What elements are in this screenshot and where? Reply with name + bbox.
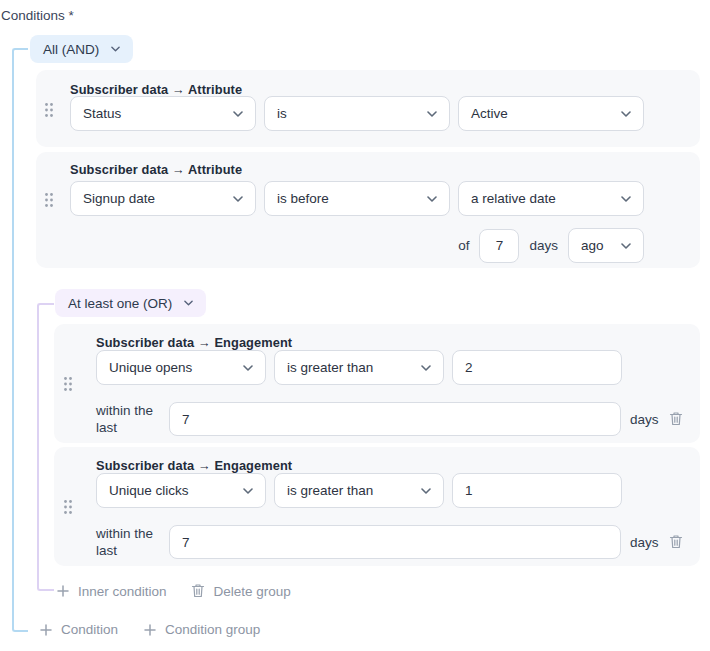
condition-card: Subscriber data → Engagement Unique open… [54, 324, 700, 443]
trash-icon [669, 534, 683, 550]
relative-direction-dropdown[interactable]: ago [568, 228, 644, 263]
operator-dropdown-value: is greater than [287, 483, 373, 498]
or-group-footer: Inner condition Delete group [57, 583, 291, 599]
delete-group-label: Delete group [214, 584, 291, 599]
condition-card: Subscriber data → Attribute Signup date … [36, 152, 700, 268]
chevron-down-icon [421, 365, 431, 371]
operator-dropdown[interactable]: is greater than [274, 350, 444, 385]
conditions-builder: Conditions * All (AND) Subscriber data →… [0, 0, 710, 651]
delete-group-button[interactable]: Delete group [191, 583, 291, 599]
condition-card: Subscriber data → Engagement Unique clic… [54, 447, 700, 566]
plus-icon [144, 624, 156, 636]
condition-source-path: Subscriber data → Engagement [96, 335, 292, 350]
window-prefix-label: within the last [96, 402, 160, 436]
window-unit-label: days [630, 535, 659, 550]
conditions-footer: Condition Condition group [40, 622, 260, 637]
value-input[interactable] [452, 350, 622, 385]
and-group-operator-pill[interactable]: All (AND) [30, 35, 133, 63]
chevron-down-icon [243, 488, 253, 494]
delete-condition-button[interactable] [668, 410, 684, 428]
attribute-dropdown-value: Unique opens [109, 360, 192, 375]
conditions-label: Conditions * [1, 8, 74, 23]
chevron-down-icon [184, 300, 193, 306]
operator-dropdown-value: is before [277, 191, 329, 206]
add-inner-condition-label: Inner condition [78, 584, 167, 599]
chevron-down-icon [233, 111, 243, 117]
chevron-down-icon [233, 196, 243, 202]
condition-source-path: Subscriber data → Attribute [70, 82, 242, 97]
delete-condition-button[interactable] [668, 533, 684, 551]
add-condition-label: Condition [61, 622, 118, 637]
window-amount-input[interactable] [169, 402, 621, 436]
chevron-down-icon [621, 243, 631, 249]
window-amount-input[interactable] [169, 525, 621, 559]
condition-source-path: Subscriber data → Attribute [70, 162, 242, 177]
attribute-dropdown-value: Status [83, 106, 121, 121]
window-unit-label: days [630, 412, 659, 427]
relative-unit-label: days [529, 238, 558, 253]
condition-card: Subscriber data → Attribute Status is Ac… [36, 70, 700, 147]
value-input[interactable] [452, 473, 622, 508]
add-inner-condition-button[interactable]: Inner condition [57, 584, 167, 599]
add-condition-button[interactable]: Condition [40, 622, 118, 637]
trash-icon [669, 411, 683, 427]
value-dropdown-value: Active [471, 106, 508, 121]
plus-icon [57, 585, 69, 597]
chevron-down-icon [427, 111, 437, 117]
and-group-operator-label: All (AND) [43, 42, 99, 57]
attribute-dropdown[interactable]: Signup date [70, 181, 256, 216]
drag-handle-icon[interactable] [42, 190, 56, 210]
attribute-dropdown-value: Signup date [83, 191, 155, 206]
trash-icon [191, 583, 205, 599]
value-dropdown-value: a relative date [471, 191, 556, 206]
relative-of-label: of [458, 238, 469, 253]
add-condition-group-button[interactable]: Condition group [144, 622, 260, 637]
operator-dropdown[interactable]: is before [264, 181, 450, 216]
attribute-dropdown-value: Unique clicks [109, 483, 189, 498]
chevron-down-icon [111, 46, 120, 52]
operator-dropdown-value: is greater than [287, 360, 373, 375]
operator-dropdown[interactable]: is [264, 96, 450, 131]
or-group-operator-pill[interactable]: At least one (OR) [55, 289, 206, 317]
add-condition-group-label: Condition group [165, 622, 260, 637]
chevron-down-icon [427, 196, 437, 202]
and-group-bracket [12, 48, 28, 632]
chevron-down-icon [621, 196, 631, 202]
value-dropdown[interactable]: Active [458, 96, 644, 131]
drag-handle-icon[interactable] [61, 374, 75, 394]
drag-handle-icon[interactable] [42, 100, 56, 120]
attribute-dropdown[interactable]: Unique clicks [96, 473, 266, 508]
value-dropdown[interactable]: a relative date [458, 181, 644, 216]
window-prefix-label: within the last [96, 525, 160, 559]
chevron-down-icon [421, 488, 431, 494]
condition-source-path: Subscriber data → Engagement [96, 458, 292, 473]
chevron-down-icon [621, 111, 631, 117]
drag-handle-icon[interactable] [61, 497, 75, 517]
or-group-operator-label: At least one (OR) [68, 296, 172, 311]
relative-amount-input[interactable] [479, 229, 519, 263]
or-group-bracket [37, 303, 54, 591]
operator-dropdown-value: is [277, 106, 287, 121]
chevron-down-icon [243, 365, 253, 371]
attribute-dropdown[interactable]: Unique opens [96, 350, 266, 385]
operator-dropdown[interactable]: is greater than [274, 473, 444, 508]
attribute-dropdown[interactable]: Status [70, 96, 256, 131]
plus-icon [40, 624, 52, 636]
relative-direction-value: ago [581, 238, 604, 253]
